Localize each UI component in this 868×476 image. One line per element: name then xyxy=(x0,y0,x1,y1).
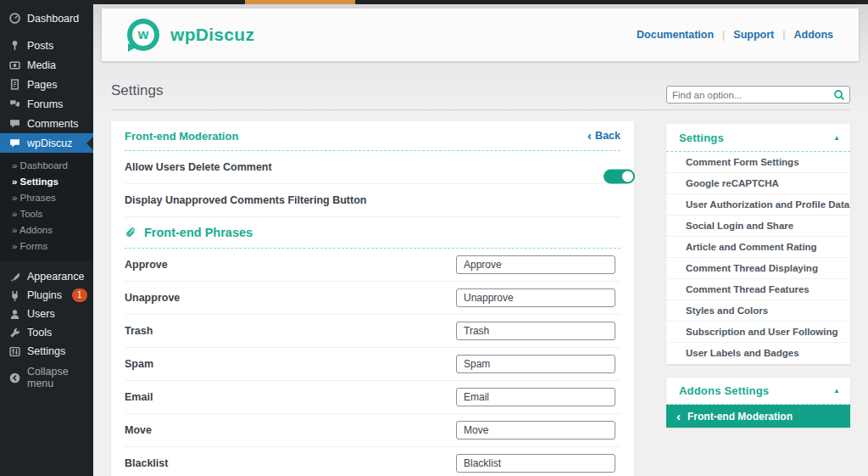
brush-icon xyxy=(8,271,20,283)
menu-separator xyxy=(0,28,93,36)
admin-menu-lower: Appearance Plugins 1 Users Tools Setting… xyxy=(0,261,93,387)
submenu-item-dashboard[interactable]: » Dashboard xyxy=(0,158,93,174)
camera-icon xyxy=(8,59,20,71)
sidebar-item-plugins[interactable]: Plugins 1 xyxy=(0,286,93,305)
sidebar-item-label: Forums xyxy=(27,98,63,110)
toggle-knob xyxy=(622,171,633,182)
wpdiscuz-logo-icon: w xyxy=(127,19,159,51)
phrase-row: Unapprove xyxy=(125,282,620,315)
phrase-input-move[interactable] xyxy=(456,421,615,440)
chevron-up-icon: ▲ xyxy=(833,134,840,142)
phrase-input-blacklist[interactable] xyxy=(456,454,615,473)
phrase-label: Move xyxy=(125,424,152,436)
phrase-input-email[interactable] xyxy=(456,388,615,406)
allow-delete-toggle[interactable] xyxy=(604,169,635,183)
collapse-icon xyxy=(8,372,20,384)
submenu-item-forms[interactable]: » Forms xyxy=(0,238,93,255)
phrase-row: Email xyxy=(125,381,620,414)
sidebar-item-tools[interactable]: Tools xyxy=(0,323,93,342)
sidebar-item-users[interactable]: Users xyxy=(0,305,93,323)
sidebar-item-dashboard[interactable]: Dashboard xyxy=(0,8,93,28)
dashboard-icon xyxy=(8,13,20,25)
admin-menu: Dashboard Posts Media Pages Forums xyxy=(0,0,93,153)
accordion-item-subscription[interactable]: Subscription and User Following xyxy=(666,322,850,343)
addons-link[interactable]: Addons xyxy=(793,29,833,41)
setting-label: Allow Users Delete Comment xyxy=(125,161,272,173)
sidebar-item-wpdiscuz[interactable]: wpDiscuz xyxy=(0,133,93,153)
accordion-item-user-authorization[interactable]: User Authorization and Profile Data xyxy=(666,194,850,216)
search-input[interactable] xyxy=(667,90,833,100)
sidebar-item-pages[interactable]: Pages xyxy=(0,75,93,94)
sidebar-item-label: wpDiscuz xyxy=(27,137,73,149)
sidebar-item-label: Pages xyxy=(27,79,57,91)
accordion-item-comment-form-settings[interactable]: Comment Form Settings xyxy=(666,152,850,173)
phrase-input-approve[interactable] xyxy=(456,255,615,274)
page-title: Settings xyxy=(111,82,163,99)
collapse-menu-button[interactable]: Collapse menu xyxy=(0,368,93,387)
addons-settings-accordion: Addons Settings ▲ ‹ Front-end Moderation xyxy=(666,378,850,428)
back-button[interactable]: ‹ Back xyxy=(587,130,620,142)
phrases-section-header: Front-end Phrases xyxy=(125,217,620,249)
settings-accordion: Settings ▲ Comment Form Settings Google … xyxy=(666,124,850,364)
plugin-header: w wpDiscuz Documentation | Support | Add… xyxy=(102,8,859,61)
accordion-item-social-login[interactable]: Social Login and Share xyxy=(666,216,850,237)
accordion-item-styles-colors[interactable]: Styles and Colors xyxy=(666,300,850,322)
link-divider: | xyxy=(782,29,785,41)
accordion-item-google-recaptcha[interactable]: Google reCAPTCHA xyxy=(666,173,850,194)
support-link[interactable]: Support xyxy=(733,29,774,41)
phrase-label: Email xyxy=(125,391,153,403)
documentation-link[interactable]: Documentation xyxy=(637,29,714,41)
chevron-left-icon: ‹ xyxy=(587,131,592,141)
sliders-icon xyxy=(8,345,20,357)
sidebar-item-label: Plugins xyxy=(27,289,62,301)
pages-icon xyxy=(8,79,20,91)
sidebar-item-forums[interactable]: Forums xyxy=(0,94,93,114)
settings-accordion-header[interactable]: Settings ▲ xyxy=(666,124,850,152)
setting-row: Allow Users Delete Comment xyxy=(125,151,620,184)
accordion-item-user-labels[interactable]: User Labels and Badges xyxy=(666,343,850,364)
phrase-row: Trash xyxy=(125,315,620,348)
chevron-up-icon: ▲ xyxy=(833,387,840,395)
addons-accordion-header[interactable]: Addons Settings ▲ xyxy=(666,378,850,405)
section-title: Front-end Phrases xyxy=(144,226,253,239)
phrase-row: Approve xyxy=(125,249,620,282)
settings-accordion-items: Comment Form Settings Google reCAPTCHA U… xyxy=(666,152,850,364)
accordion-item-thread-displaying[interactable]: Comment Thread Displaying xyxy=(666,258,850,279)
phrase-input-trash[interactable] xyxy=(456,322,615,340)
plugin-icon xyxy=(8,289,20,301)
submenu-item-tools[interactable]: » Tools xyxy=(0,206,93,222)
pin-icon xyxy=(8,40,20,52)
admin-topbar-remnant xyxy=(93,0,868,4)
admin-sidebar: Dashboard Posts Media Pages Forums xyxy=(0,0,93,476)
sidebar-item-label: Posts xyxy=(27,40,53,52)
option-search-box xyxy=(666,86,850,104)
update-count-badge: 1 xyxy=(72,288,87,302)
sidebar-item-comments[interactable]: Comments xyxy=(0,114,93,133)
sidebar-item-label: Users xyxy=(27,308,55,320)
setting-row: Display Unapproved Comments Filtering Bu… xyxy=(125,184,620,217)
search-icon[interactable] xyxy=(833,89,845,101)
submenu-item-phrases[interactable]: » Phrases xyxy=(0,190,93,206)
brand-name: wpDiscuz xyxy=(170,25,254,45)
sidebar-item-posts[interactable]: Posts xyxy=(0,36,93,55)
sidebar-item-media[interactable]: Media xyxy=(0,55,93,75)
accordion-item-article-rating[interactable]: Article and Comment Rating xyxy=(666,237,850,258)
phrase-input-spam[interactable] xyxy=(456,355,615,373)
accordion-title: Settings xyxy=(679,132,724,144)
phrase-input-unapprove[interactable] xyxy=(456,288,615,307)
accordion-item-thread-features[interactable]: Comment Thread Features xyxy=(666,279,850,300)
phrase-label: Blacklist xyxy=(125,457,168,469)
submenu-item-addons[interactable]: » Addons xyxy=(0,222,93,238)
sidebar-item-appearance[interactable]: Appearance xyxy=(0,267,93,286)
submenu-item-settings[interactable]: » Settings xyxy=(0,174,93,190)
phrase-label: Unapprove xyxy=(125,292,180,304)
back-label: Back xyxy=(595,130,620,142)
wpdiscuz-brand: w wpDiscuz xyxy=(127,19,254,51)
sidebar-item-settings[interactable]: Settings xyxy=(0,342,93,361)
phrase-label: Trash xyxy=(125,325,153,337)
setting-label: Display Unapproved Comments Filtering Bu… xyxy=(125,194,366,206)
title-divider xyxy=(111,109,850,110)
wpdiscuz-logo-letter: w xyxy=(132,24,154,46)
accordion-item-front-end-moderation-active[interactable]: ‹ Front-end Moderation xyxy=(666,405,850,428)
sidebar-item-label: Settings xyxy=(27,345,65,357)
